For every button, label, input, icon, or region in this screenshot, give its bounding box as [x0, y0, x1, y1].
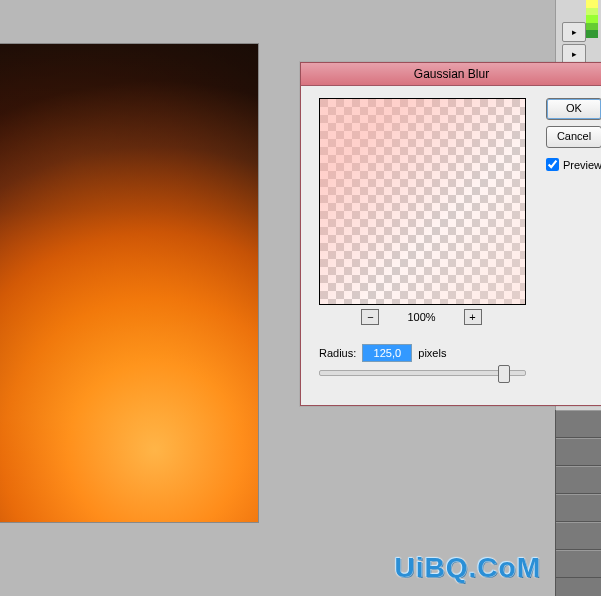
workspace: ▸ ▸ Gaussian Blur − 100% + Radius: pixel… [0, 0, 601, 596]
radius-slider[interactable] [319, 370, 526, 376]
gaussian-blur-dialog: Gaussian Blur − 100% + Radius: pixels OK… [300, 62, 601, 406]
filter-preview[interactable] [319, 98, 526, 305]
preview-checkbox-label: Preview [563, 159, 601, 171]
dialog-title[interactable]: Gaussian Blur [301, 63, 601, 86]
layers-panel-collapsed[interactable] [555, 410, 601, 596]
radius-slider-thumb[interactable] [498, 365, 510, 383]
radius-input[interactable] [362, 344, 412, 362]
watermark-text: UiBQ.CoM [395, 552, 541, 584]
dialog-body: − 100% + Radius: pixels OK Cancel Previe… [301, 86, 601, 110]
canvas-image[interactable] [0, 44, 258, 522]
ok-button[interactable]: OK [546, 98, 601, 120]
zoom-in-button[interactable]: + [464, 309, 482, 325]
panel-button-a[interactable]: ▸ [562, 22, 586, 42]
zoom-percent-label: 100% [407, 311, 435, 323]
radius-unit: pixels [418, 347, 446, 359]
panel-button-b[interactable]: ▸ [562, 44, 586, 64]
preview-checkbox-row[interactable]: Preview [546, 158, 601, 171]
cancel-button[interactable]: Cancel [546, 126, 601, 148]
swatches-column[interactable] [586, 0, 598, 38]
radius-label: Radius: [319, 347, 356, 359]
radius-row: Radius: pixels [319, 344, 446, 362]
zoom-controls: − 100% + [319, 308, 524, 326]
zoom-out-button[interactable]: − [361, 309, 379, 325]
preview-checkbox[interactable] [546, 158, 559, 171]
